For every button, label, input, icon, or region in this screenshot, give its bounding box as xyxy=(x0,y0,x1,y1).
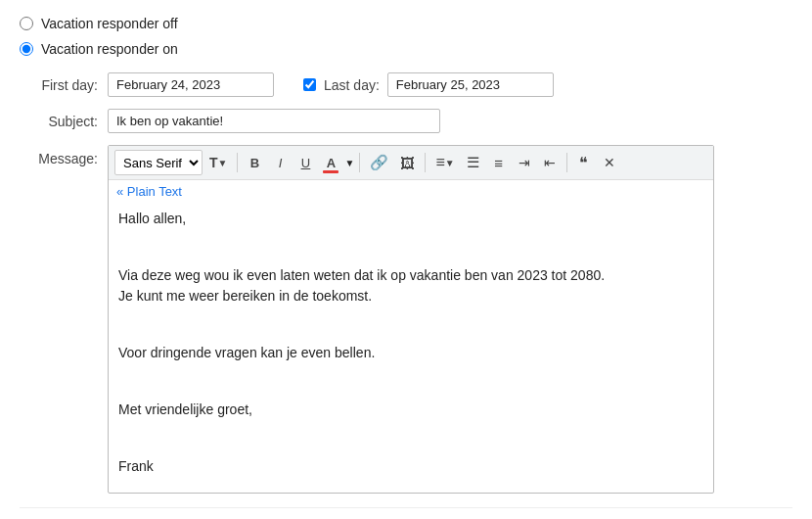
link-button[interactable]: 🔗 xyxy=(365,150,393,175)
image-button[interactable]: 🖼 xyxy=(395,150,420,175)
message-body[interactable]: Hallo allen, Via deze weg wou ik even la… xyxy=(109,201,713,493)
font-family-select[interactable]: Sans Serif xyxy=(114,150,203,175)
last-day-group: Last day: xyxy=(303,72,554,97)
message-label: Message: xyxy=(20,145,108,166)
first-day-label: First day: xyxy=(20,77,108,93)
underline-button[interactable]: U xyxy=(293,150,317,175)
vacation-on-input[interactable] xyxy=(20,42,33,56)
vacation-off-radio[interactable]: Vacation responder off xyxy=(20,16,792,31)
contacts-checkbox-row: Only send a response to people in my Con… xyxy=(20,507,792,519)
first-day-input[interactable] xyxy=(108,72,274,97)
italic-button[interactable]: I xyxy=(268,150,292,175)
sep-1 xyxy=(237,153,238,172)
remove-format-button[interactable]: ✕ xyxy=(598,150,621,175)
sep-3 xyxy=(425,153,426,172)
sep-4 xyxy=(566,153,567,172)
last-day-checkbox[interactable] xyxy=(303,78,316,91)
first-day-row: First day: Last day: xyxy=(20,72,792,97)
vacation-on-radio[interactable]: Vacation responder on xyxy=(20,41,792,57)
editor-container: Sans Serif T▼ B I U A ▼ 🔗 xyxy=(108,145,714,494)
outdent-button[interactable]: ⇤ xyxy=(538,150,562,175)
ordered-list-button[interactable]: ☰ xyxy=(462,150,485,175)
vacation-off-label: Vacation responder off xyxy=(41,16,178,31)
font-size-button[interactable]: T▼ xyxy=(204,150,232,175)
text-color-indicator xyxy=(323,170,338,173)
last-day-label: Last day: xyxy=(324,77,380,93)
vacation-on-label: Vacation responder on xyxy=(41,41,178,57)
indent-button[interactable]: ⇥ xyxy=(513,150,536,175)
bold-button[interactable]: B xyxy=(243,150,266,175)
plain-text-link[interactable]: « Plain Text xyxy=(109,180,713,201)
align-button[interactable]: ≡▼ xyxy=(430,150,459,175)
subject-input[interactable] xyxy=(108,109,440,133)
subject-row: Subject: xyxy=(20,109,792,133)
vacation-radio-group: Vacation responder off Vacation responde… xyxy=(20,16,792,57)
message-row: Message: Sans Serif T▼ B I U A ▼ xyxy=(20,145,792,494)
unordered-list-button[interactable]: ≡ xyxy=(487,150,511,175)
last-day-input[interactable] xyxy=(387,72,554,97)
sep-2 xyxy=(359,153,360,172)
vacation-off-input[interactable] xyxy=(20,17,33,30)
subject-label: Subject: xyxy=(20,114,108,129)
toolbar: Sans Serif T▼ B I U A ▼ 🔗 xyxy=(109,146,713,180)
color-arrow[interactable]: ▼ xyxy=(344,158,354,168)
text-color-button[interactable]: A xyxy=(319,150,342,175)
blockquote-button[interactable]: ❝ xyxy=(572,150,596,175)
